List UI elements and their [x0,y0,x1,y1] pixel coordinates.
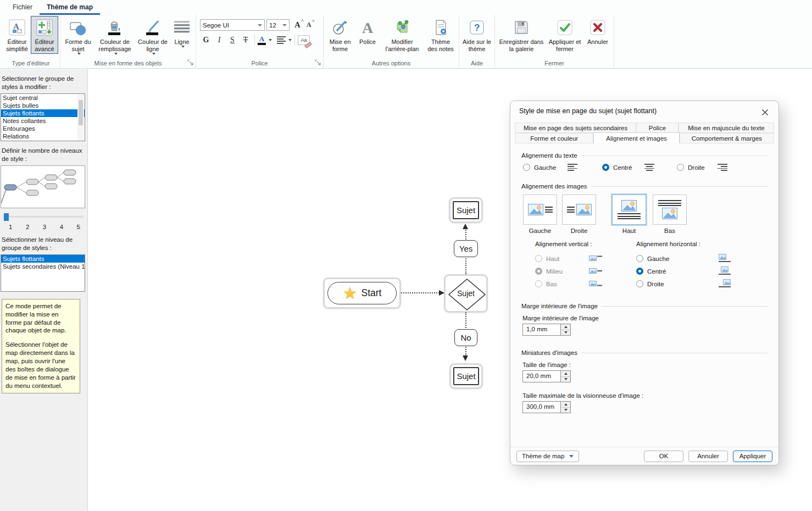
clear-formatting-button[interactable]: Aa [298,35,310,45]
police-button[interactable]: A Police [355,16,380,47]
list-item[interactable]: Relations [1,132,85,140]
spin-down-button[interactable] [561,377,570,382]
radio-icon-disabled[interactable] [535,255,542,262]
tab-fichier[interactable]: Fichier [5,0,40,15]
strikethrough-button[interactable]: T [240,34,252,46]
cancel-button[interactable]: Annuler [583,16,612,47]
tab-theme-de-map[interactable]: Thème de map [40,0,100,15]
font-name-combobox[interactable]: Segoe UI [200,19,265,31]
radio-icon-checked[interactable] [602,164,609,171]
format-button[interactable]: Mise en forme [325,16,355,54]
image-align-right-button[interactable] [562,195,596,225]
image-size-spinner[interactable]: 20,0 mm [522,370,571,382]
scrollbar[interactable] [77,95,84,140]
notes-theme-button[interactable]: Thème des notes [424,16,457,54]
grow-font-button[interactable]: A˄ [294,20,301,30]
radio-icon-disabled-checked[interactable] [535,268,542,275]
save-gallery-button[interactable]: Enregistrer dans la galerie [497,16,546,54]
spinner-value[interactable]: 1,0 mm [522,324,561,336]
spin-up-button[interactable] [561,324,570,330]
tab-police[interactable]: Police [636,123,678,133]
style-group-listbox[interactable]: Sujet central Sujets bulles Sujets flott… [1,93,85,141]
spin-up-button[interactable] [561,371,570,377]
dialog-launcher-icon[interactable] [315,59,321,66]
callout-no[interactable]: No [454,329,477,346]
image-align-top-option[interactable]: Haut [611,195,647,234]
radio-text-align-right[interactable]: Droite [677,164,727,171]
line-button[interactable]: Ligne [170,16,194,49]
list-item-selected[interactable]: Sujets flottants [1,109,85,117]
tab-behavior-margins[interactable]: Comportement & marges [680,133,774,143]
dialog-launcher-icon[interactable] [187,59,194,66]
level-group-listbox[interactable]: Sujets flottants Sujets secondaires (Niv… [1,254,85,292]
list-item-selected[interactable]: Sujets flottants [1,255,85,263]
scrollbar-thumb[interactable] [79,100,83,125]
radio-horizontal-right[interactable]: Droite [636,277,752,290]
slider-thumb[interactable] [4,213,9,221]
fill-color-button[interactable]: Couleur de remplissage [94,16,136,56]
radio-text-align-left[interactable]: Gauche [523,164,602,171]
spinner-value[interactable]: 20,0 mm [522,370,561,382]
line-color-button[interactable]: Couleur de ligne [136,16,170,56]
theme-de-map-dropdown[interactable]: Thème de map [516,451,579,462]
ok-button[interactable]: OK [644,451,683,462]
image-align-bottom-option[interactable]: Bas [652,195,687,234]
radio-icon[interactable] [677,164,684,171]
start-node[interactable]: ★ Start [323,277,401,309]
close-icon[interactable] [759,106,771,118]
list-item[interactable]: Sujets bulles [1,102,85,109]
apply-button[interactable]: Appliquer [733,451,772,462]
bold-button[interactable]: G [200,34,212,46]
spin-down-button[interactable] [561,408,570,413]
tab-shape-color[interactable]: Forme et couleur [515,133,593,143]
radio-icon[interactable] [523,164,530,171]
spinner-value[interactable]: 300,0 mm [522,401,561,413]
font-color-button[interactable]: A [258,35,266,45]
slider-track[interactable] [3,216,84,218]
underline-button[interactable]: S [226,34,238,46]
radio-vertical-middle[interactable]: Milieu [535,265,623,277]
tab-capitalization[interactable]: Mise en majuscule du texte [678,123,774,133]
theme-help-button[interactable]: ? Aide sur le thème [461,16,493,54]
cancel-button[interactable]: Annuler [688,451,728,462]
image-align-right-option[interactable]: Droite [561,195,597,234]
list-item[interactable]: Entourages [1,125,85,132]
radio-vertical-top[interactable]: Haut [535,252,623,265]
radio-text-align-center[interactable]: Centré [602,164,677,171]
tab-alignment-images[interactable]: Alignement et images [593,132,679,143]
list-item[interactable]: Notes collantes [1,117,85,125]
image-align-left-button[interactable] [523,195,557,225]
radio-icon-checked[interactable] [636,268,643,275]
image-align-left-option[interactable]: Gauche [522,195,558,234]
text-align-button[interactable] [277,36,286,44]
shrink-font-button[interactable]: A˅ [307,21,312,29]
spin-down-button[interactable] [561,330,570,336]
radio-icon[interactable] [636,255,643,262]
background-button[interactable]: Modifier l'arrière-plan [380,16,424,54]
list-item[interactable]: Sujets secondaires (Niveau 1 + [1,263,85,270]
callout-yes[interactable]: Yes [454,240,478,257]
decision-node[interactable]: Sujet [444,274,488,313]
connector-start-decision[interactable] [401,292,440,293]
image-align-bottom-button[interactable] [653,195,687,225]
font-size-combobox[interactable]: 12 [266,19,290,31]
topic-node-bottom[interactable]: Sujet [449,363,483,389]
radio-horizontal-left[interactable]: Gauche [636,252,752,265]
list-item[interactable]: Sujet central [1,94,85,102]
tab-subtopics-layout[interactable]: Mise en page des sujets secondaires [515,123,636,133]
editor-simplified-button[interactable]: A Éditeur simplifié [3,16,31,54]
image-margin-spinner[interactable]: 1,0 mm [522,324,571,336]
spin-up-button[interactable] [561,402,570,408]
editor-advanced-button[interactable]: Éditeur avancé [31,16,58,54]
italic-button[interactable]: I [213,34,225,46]
topic-shape-button[interactable]: Forme du sujet [62,16,94,56]
radio-vertical-bottom[interactable]: Bas [535,277,623,290]
radio-horizontal-center[interactable]: Centré [636,265,752,277]
apply-close-button[interactable]: Appliquer et fermer [546,16,583,54]
radio-icon-disabled[interactable] [535,280,542,287]
radio-icon[interactable] [636,280,643,287]
viewer-max-size-spinner[interactable]: 300,0 mm [522,401,571,413]
topic-node-top[interactable]: Sujet [449,197,483,223]
image-align-top-button-selected[interactable] [612,195,646,225]
level-slider[interactable] [3,213,84,221]
